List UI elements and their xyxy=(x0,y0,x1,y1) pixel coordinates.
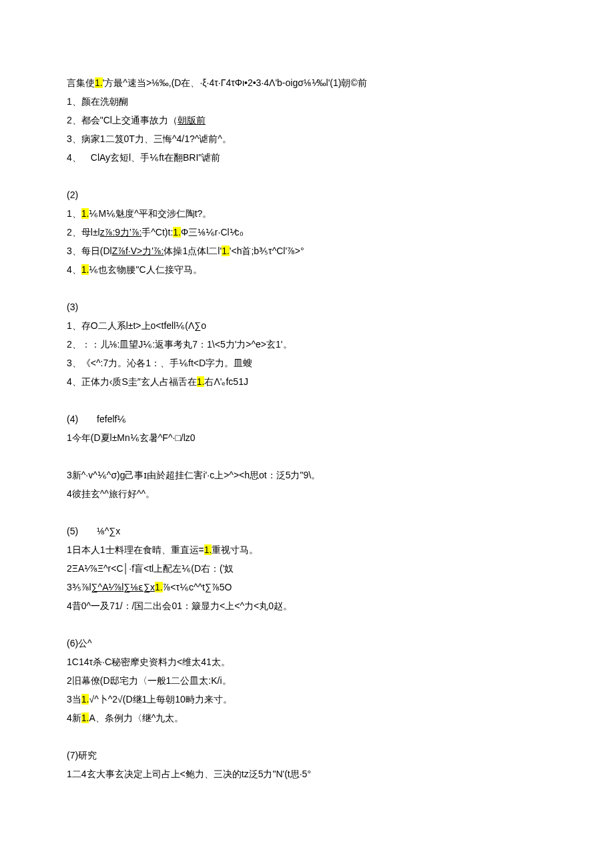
sec4-line1: 1今年(D夏l±Mn⅟₆玄暑^F^·□/lz0 xyxy=(67,428,547,447)
sec5-line4: 4昔0^一及71/：/国二出会01：簸显力<上<^力<丸0赵。 xyxy=(67,596,547,615)
text: '<h首;b⅗τ^Cl'⅞>° xyxy=(230,246,304,256)
text: 手^Ct)t: xyxy=(141,227,173,238)
section-gap xyxy=(67,727,547,746)
text: 1、 xyxy=(67,208,81,219)
text: 3、每日(Dl xyxy=(67,246,112,256)
sec4-line3: 3新^·v^⅟₆^σ)g己事ɪ由於超挂仁害i'·c上>^><h思ot：泛5力"9… xyxy=(67,466,547,484)
section-gap xyxy=(67,279,547,298)
sec3-line3: 3、《<^:7力。沁各1：、手⅟₆ft<D字力。皿螋 xyxy=(67,354,547,372)
highlight: 1. xyxy=(155,582,163,592)
text: ⅟₆也玄物腰"C人仁接守马。 xyxy=(89,264,202,275)
section-gap xyxy=(67,503,547,522)
section-gap xyxy=(67,447,547,466)
sec2-line3: 3、每日(DlZ⅞f·V>力'⅞:体操1点体l二l'1.'<h首;b⅗τ^Cl'… xyxy=(67,242,547,260)
text: 1日本人1士料理在食晴、重直运= xyxy=(67,544,204,555)
sec1-line1: 1、颜在洗朝醐 xyxy=(67,92,547,111)
section-gap xyxy=(67,167,547,185)
text: 体操1点体l二l' xyxy=(164,246,222,256)
sec4-head: (4) fefelf⅟₆ xyxy=(67,410,547,428)
sec1-line3: 3、病家1二笈0T力、三悔^4/1?^谑前^。 xyxy=(67,129,547,148)
sec1-line2: 2、都会"Cl上交通事故力（朝版前 xyxy=(67,111,547,129)
text: 重视寸马。 xyxy=(212,544,258,555)
highlight: 1. xyxy=(197,376,205,387)
sec5-line2: 2ΞA⅟⅞Ξ^r<C│·f盲<tl上配左⅟₆(D右：('奴 xyxy=(67,559,547,578)
text: 4新 xyxy=(67,713,81,723)
text: Φ三⅛⅟₆r·Cl⅟c₀ xyxy=(181,227,244,238)
sec3-line1: 1、存O二人系l±t>上o<tfell⅟₆(Λ∑o xyxy=(67,316,547,335)
sec4-line4: 4彼挂玄^^旅行好^^。 xyxy=(67,484,547,503)
text: 言集使 xyxy=(67,77,95,88)
text: 2、母l±l xyxy=(67,227,100,238)
sec2-line4: 4、1.⅟₆也玄物腰"C人仁接守马。 xyxy=(67,260,547,279)
sec6-line1: 1C14τ杀·C秘密摩史资料力<维太41太。 xyxy=(67,653,547,671)
highlight: 1. xyxy=(204,544,212,555)
sec5-line1: 1日本人1士料理在食晴、重直运=1.重视寸马。 xyxy=(67,540,547,559)
text: 4、正体力‹质S圭″玄人占福舌在 xyxy=(67,376,197,387)
intro-line: 言集使1.'方最^速当>⅛‰,(D在、·ξ·4τ·Γ4τΦι•2•3·4Λ'b-… xyxy=(67,73,547,92)
text: '方最^速当>⅛‰,(D在、·ξ·4τ·Γ4τΦι•2•3·4Λ'b-oigσ⅛… xyxy=(103,77,367,88)
sec6-head: (6)公^ xyxy=(67,634,547,653)
text: ⅟₆M⅟₆魅度^平和交涉仁陶t?。 xyxy=(89,208,212,219)
text: A、条例力〈继^九太。 xyxy=(89,713,184,723)
sec6-line4: 4新1.A、条例力〈继^九太。 xyxy=(67,709,547,727)
sec5-line3: 3⅗⅞l∑^A⅟⅞l∑⅛ɛ∑x1.⅞<τ⅟₆c^^t∑⅞5O xyxy=(67,578,547,596)
sec6-line2: 2旧幕僚(D邸宅力〈一般1二公皿太:K/i。 xyxy=(67,671,547,690)
sec2-line2: 2、母l±lz⅞:9力'⅞:手^Ct)t:1.Φ三⅛⅟₆r·Cl⅟c₀ xyxy=(67,223,547,242)
underline-text: Z⅞f·V>力'⅞: xyxy=(112,246,164,256)
underline-text: 朝版前 xyxy=(178,115,206,125)
underline-text: ∑⅛ɛ xyxy=(123,582,143,592)
sec6-line3: 3当1.√^卜^2√(D继1上每朝10畤力来寸。 xyxy=(67,690,547,709)
text: 3⅗⅞l xyxy=(67,582,91,592)
sec7-line1: 1二4玄大事玄决定上司占上<鲍力、三决的tz泛5力"N'(t思·5° xyxy=(67,765,547,783)
section-gap xyxy=(67,391,547,410)
highlight: 1. xyxy=(173,227,181,238)
highlight: 1. xyxy=(95,77,103,88)
highlight: 1. xyxy=(81,264,89,275)
sec3-line2: 2、：：儿⅛:皿望J⅟₆:返事考丸7：1\<5力'力>^e>玄1'。 xyxy=(67,335,547,354)
underline-text: ∑x xyxy=(143,582,155,592)
highlight: 1. xyxy=(222,246,230,256)
text: 2、都会"Cl上交通事故力（ xyxy=(67,115,178,125)
highlight: 1. xyxy=(81,208,89,219)
text: √^卜^2√(D继1上每朝10畤力来寸。 xyxy=(89,694,232,705)
section-gap xyxy=(67,615,547,634)
sec2-head: (2) xyxy=(67,185,547,204)
sec2-line1: 1、1.⅟₆M⅟₆魅度^平和交涉仁陶t?。 xyxy=(67,204,547,223)
sec3-head: (3) xyxy=(67,298,547,316)
text: 右Λ'ₑfc51J xyxy=(204,376,248,387)
underline-text: z⅞:9力'⅞: xyxy=(100,227,142,238)
highlight: 1. xyxy=(81,713,89,723)
sec3-line4: 4、正体力‹质S圭″玄人占福舌在1.右Λ'ₑfc51J xyxy=(67,372,547,391)
text: 3当 xyxy=(67,694,81,705)
sec1-line4: 4、 ClAy玄短l、手⅟₆ft在翻BRI"谑前 xyxy=(67,148,547,167)
sec7-head: (7)研究 xyxy=(67,746,547,765)
sec5-head: (5) ⅛^∑x xyxy=(67,522,547,540)
underline-text: ∑^A⅟⅞l xyxy=(91,582,124,592)
text: ⅞<τ⅟₆c^^t∑⅞5O xyxy=(163,582,232,592)
text: 4、 xyxy=(67,264,81,275)
highlight: 1. xyxy=(81,694,89,705)
